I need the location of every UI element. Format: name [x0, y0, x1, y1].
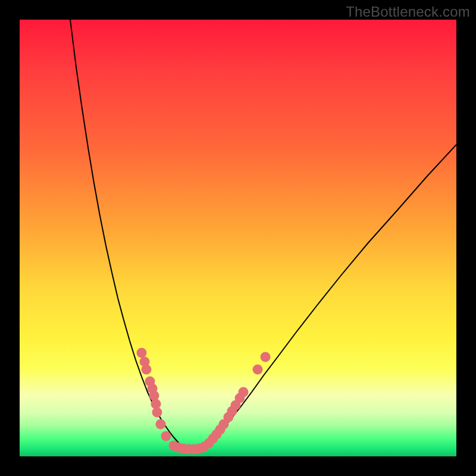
data-point	[156, 419, 166, 430]
plot-area	[20, 20, 456, 456]
bottleneck-curve	[70, 20, 456, 449]
data-point	[161, 431, 171, 441]
chart-frame: TheBottleneck.com	[0, 0, 476, 476]
scatter-group	[137, 348, 271, 455]
watermark-text: TheBottleneck.com	[346, 4, 470, 20]
data-point	[149, 391, 159, 401]
data-point	[152, 408, 162, 418]
curve-group	[70, 20, 456, 449]
data-point	[137, 348, 147, 358]
data-point	[239, 387, 249, 397]
data-point	[142, 365, 152, 375]
chart-svg	[20, 20, 456, 456]
data-point	[253, 365, 263, 375]
data-point	[261, 352, 271, 362]
